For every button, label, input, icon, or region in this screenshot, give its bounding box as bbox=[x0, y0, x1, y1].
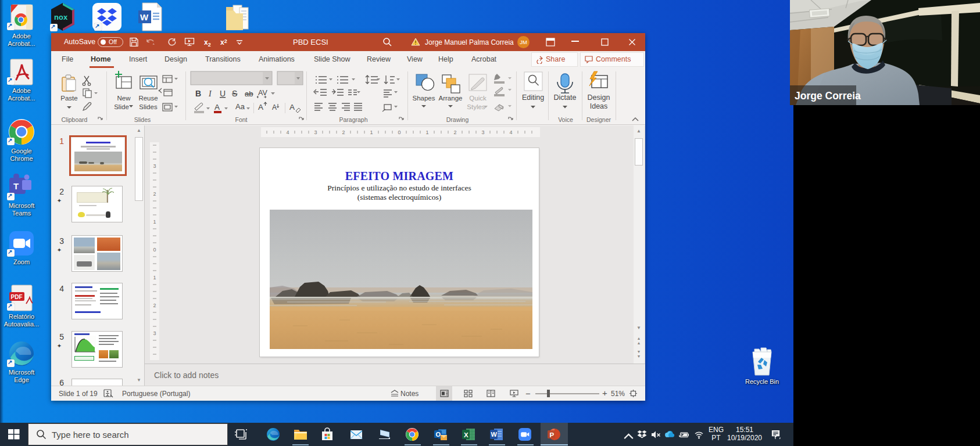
svg-text:2: 2 bbox=[153, 303, 156, 308]
svg-text:1: 1 bbox=[153, 219, 156, 225]
svg-text:1: 1 bbox=[370, 130, 373, 135]
svg-text:3: 3 bbox=[153, 163, 156, 169]
svg-text:S: S bbox=[232, 89, 237, 98]
svg-text:Designer: Designer bbox=[586, 116, 611, 123]
svg-text:0: 0 bbox=[153, 247, 156, 253]
svg-text:Shapes: Shapes bbox=[412, 95, 435, 102]
svg-text:T: T bbox=[13, 181, 19, 191]
svg-text:ab: ab bbox=[245, 89, 253, 98]
svg-text:PDF: PDF bbox=[11, 294, 23, 300]
svg-text:Font: Font bbox=[235, 116, 247, 123]
svg-text:1: 1 bbox=[153, 275, 156, 280]
svg-text:2: 2 bbox=[153, 191, 156, 197]
svg-text:2: 2 bbox=[453, 130, 456, 135]
svg-text:U: U bbox=[220, 89, 226, 98]
svg-text:3: 3 bbox=[481, 130, 484, 135]
svg-text:Drawing: Drawing bbox=[446, 116, 469, 123]
svg-text:4: 4 bbox=[286, 130, 289, 135]
svg-text:O: O bbox=[435, 431, 441, 438]
svg-text:A: A bbox=[258, 103, 263, 112]
svg-text:Ideas: Ideas bbox=[590, 102, 608, 110]
svg-text:0: 0 bbox=[398, 130, 400, 135]
svg-text:Slide: Slide bbox=[114, 103, 129, 110]
svg-text:2: 2 bbox=[342, 130, 345, 135]
svg-text:I: I bbox=[208, 89, 212, 98]
svg-text:A: A bbox=[289, 103, 295, 112]
svg-text:3: 3 bbox=[153, 330, 156, 336]
svg-text:A: A bbox=[214, 103, 220, 112]
svg-text:AV: AV bbox=[258, 89, 267, 97]
svg-text:Voice: Voice bbox=[558, 116, 573, 123]
svg-text:Aa: Aa bbox=[235, 102, 245, 111]
svg-text:Dictate: Dictate bbox=[554, 93, 577, 102]
svg-text:Slides: Slides bbox=[134, 116, 151, 123]
svg-text:Quick: Quick bbox=[469, 95, 487, 102]
svg-text:New: New bbox=[117, 95, 131, 102]
svg-text:A: A bbox=[272, 103, 277, 112]
svg-text:4: 4 bbox=[509, 130, 512, 135]
svg-text:Styles: Styles bbox=[467, 103, 485, 110]
svg-text:Design: Design bbox=[588, 93, 610, 102]
svg-text:W: W bbox=[140, 12, 149, 22]
svg-text:Paste: Paste bbox=[60, 95, 77, 102]
svg-text:Paragraph: Paragraph bbox=[339, 116, 367, 123]
svg-text:Clipboard: Clipboard bbox=[62, 116, 88, 123]
svg-text:B: B bbox=[195, 89, 201, 98]
svg-text:Arrange: Arrange bbox=[439, 95, 463, 102]
svg-text:W: W bbox=[491, 431, 498, 438]
svg-text:P: P bbox=[550, 431, 555, 438]
svg-text:3: 3 bbox=[314, 130, 317, 135]
svg-text:1: 1 bbox=[425, 130, 428, 135]
svg-text:Editing: Editing bbox=[522, 93, 544, 102]
svg-text:X: X bbox=[464, 431, 468, 438]
svg-text:Jorge Correia: Jorge Correia bbox=[795, 90, 861, 102]
svg-text:Reuse: Reuse bbox=[138, 95, 158, 102]
svg-text:nox: nox bbox=[54, 13, 68, 21]
svg-text:Slides: Slides bbox=[139, 103, 158, 110]
